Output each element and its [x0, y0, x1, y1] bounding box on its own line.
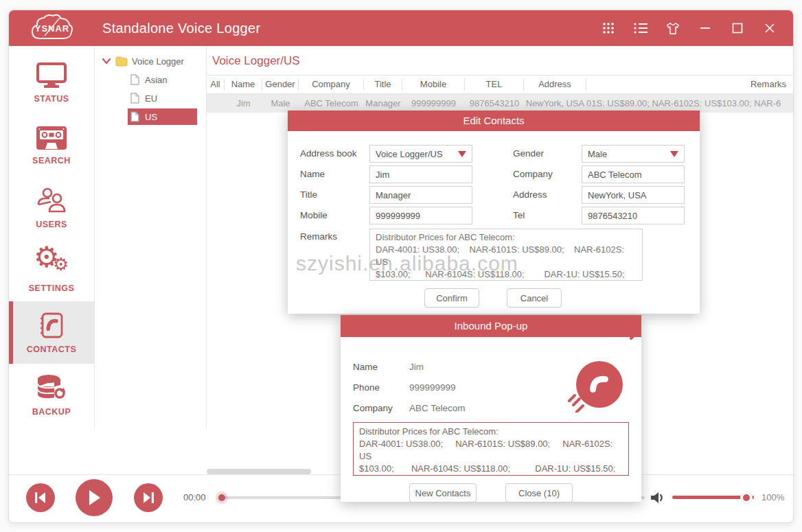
column-header-remarks[interactable]: Remarks: [586, 78, 793, 91]
gears-icon: ⚙ ⚙: [34, 248, 69, 278]
sidebar: STATUS SEARCH: [9, 46, 95, 428]
popup-remarks-box: Distributor Prices for ABC Telecom: DAR-…: [353, 422, 629, 476]
column-header-gender[interactable]: Gender: [262, 78, 299, 91]
cell-company: ABC Telecom: [299, 98, 364, 108]
company-field[interactable]: [582, 165, 685, 183]
gender-value: Male: [588, 149, 607, 159]
cell-remarks: 01S: US$89.00; NAR-6102S: US$103.00; NAR…: [586, 98, 793, 108]
tree-node-label: EU: [145, 93, 157, 104]
cancel-button[interactable]: Cancel: [507, 288, 562, 308]
phonebook-icon: [38, 312, 65, 339]
sidebar-item-label: BACKUP: [32, 407, 71, 417]
app-window: YSNAR Standalone Voice Logger: [8, 10, 794, 523]
tel-label: Tel: [513, 210, 525, 220]
cell-name: Jim: [225, 98, 262, 108]
next-track-button[interactable]: [134, 483, 163, 512]
chevron-down-icon: [102, 57, 111, 65]
dialog-title: Edit Contacts: [288, 111, 700, 131]
name-field[interactable]: [369, 165, 472, 183]
sidebar-item-search[interactable]: SEARCH: [9, 114, 94, 176]
database-sync-icon: [34, 374, 69, 402]
sidebar-item-label: SEARCH: [32, 156, 71, 165]
column-header-mobile[interactable]: Mobile: [402, 78, 465, 91]
previous-track-button[interactable]: [26, 483, 55, 512]
dialog-title: Inbound Pop-up: [341, 315, 641, 337]
sidebar-item-label: USERS: [36, 220, 67, 229]
sidebar-item-settings[interactable]: ⚙ ⚙ SETTINGS: [9, 239, 94, 301]
edit-contacts-dialog: Edit Contacts Address book Voice Logger/…: [288, 111, 700, 314]
sidebar-item-users[interactable]: USERS: [9, 176, 94, 239]
column-header-all[interactable]: All: [207, 78, 225, 91]
list-view-icon[interactable]: [634, 21, 648, 35]
file-icon: [130, 93, 139, 104]
horizontal-scrollbar[interactable]: [207, 469, 311, 474]
new-contacts-button[interactable]: New Contacts: [409, 483, 477, 502]
address-book-select[interactable]: Voice Logger/US: [369, 145, 472, 163]
address-field[interactable]: [582, 186, 685, 204]
company-label: Company: [513, 169, 553, 179]
folder-tree: Voice Logger Asian EU US: [95, 46, 207, 428]
tree-node-eu[interactable]: EU: [128, 90, 206, 106]
table-header: All Name Gender Company Title Mobile TEL…: [207, 75, 793, 94]
confirm-button[interactable]: Confirm: [424, 288, 479, 308]
theme-shirt-icon[interactable]: [666, 21, 680, 35]
cassette-icon: [36, 126, 67, 150]
sidebar-item-label: CONTACTS: [27, 345, 77, 354]
close-icon[interactable]: [763, 21, 777, 35]
cell-address: NewYork, USA: [524, 98, 586, 108]
title-field[interactable]: [369, 186, 472, 204]
play-button[interactable]: [76, 479, 113, 516]
column-header-tel[interactable]: TEL: [465, 78, 524, 91]
mobile-field[interactable]: [369, 207, 472, 224]
tree-node-label: Asian: [145, 75, 168, 85]
popup-name-label: Name: [353, 362, 378, 372]
volume-handle[interactable]: [743, 494, 750, 501]
progress-handle[interactable]: [218, 494, 225, 501]
sidebar-item-status[interactable]: STATUS: [9, 51, 94, 114]
address-label: Address: [513, 189, 547, 200]
table-row[interactable]: Jim Male ABC Telecom Manager 999999999 9…: [207, 94, 793, 113]
skip-forward-icon: [142, 492, 154, 503]
sidebar-item-backup[interactable]: BACKUP: [9, 364, 94, 426]
remarks-label: Remarks: [300, 231, 337, 242]
sidebar-item-label: SETTINGS: [29, 284, 75, 293]
name-label: Name: [300, 169, 325, 179]
cell-mobile: 999999999: [402, 98, 465, 108]
vibration-lines-icon: [567, 392, 586, 413]
volume-track[interactable]: [672, 496, 754, 499]
column-header-company[interactable]: Company: [299, 78, 364, 91]
file-icon: [130, 111, 139, 122]
column-header-name[interactable]: Name: [225, 78, 262, 91]
tree-node-us[interactable]: US: [128, 108, 197, 125]
address-book-label: Address book: [300, 148, 357, 159]
remarks-textarea[interactable]: Distributor Prices for ABC Telecom: DAR-…: [369, 229, 643, 281]
minimize-icon[interactable]: [698, 21, 712, 35]
page-title: Voice Logger/US: [207, 46, 793, 75]
gender-select[interactable]: Male: [582, 145, 685, 163]
popup-company-label: Company: [353, 403, 393, 413]
mobile-label: Mobile: [300, 210, 328, 220]
sidebar-item-label: STATUS: [34, 94, 69, 104]
popup-phone-label: Phone: [353, 382, 380, 393]
popup-company-value: ABC Telecom: [409, 403, 466, 413]
tree-node-voice-logger[interactable]: Voice Logger: [95, 53, 206, 69]
tree-node-asian[interactable]: Asian: [128, 71, 206, 88]
skip-back-icon: [34, 492, 47, 503]
titlebar: YSNAR Standalone Voice Logger: [9, 10, 793, 46]
gender-label: Gender: [513, 148, 544, 159]
play-icon: [87, 490, 101, 505]
close-button[interactable]: Close (10): [505, 483, 573, 502]
folder-icon: [115, 56, 128, 67]
cell-title: Manager: [364, 98, 402, 108]
tel-field[interactable]: [582, 207, 685, 224]
vibration-lines-icon: [621, 321, 640, 341]
sidebar-item-contacts[interactable]: CONTACTS: [9, 301, 94, 364]
column-header-title[interactable]: Title: [364, 78, 402, 91]
logo-text: YSNAR: [28, 12, 76, 44]
volume-icon[interactable]: [650, 491, 665, 507]
column-header-address[interactable]: Address: [524, 78, 586, 91]
grid-view-icon[interactable]: [602, 21, 615, 35]
maximize-icon[interactable]: [731, 21, 744, 35]
titlebar-controls: [602, 10, 777, 46]
inbound-popup-dialog: Inbound Pop-up Name Jim Phone 999999999 …: [341, 315, 641, 502]
